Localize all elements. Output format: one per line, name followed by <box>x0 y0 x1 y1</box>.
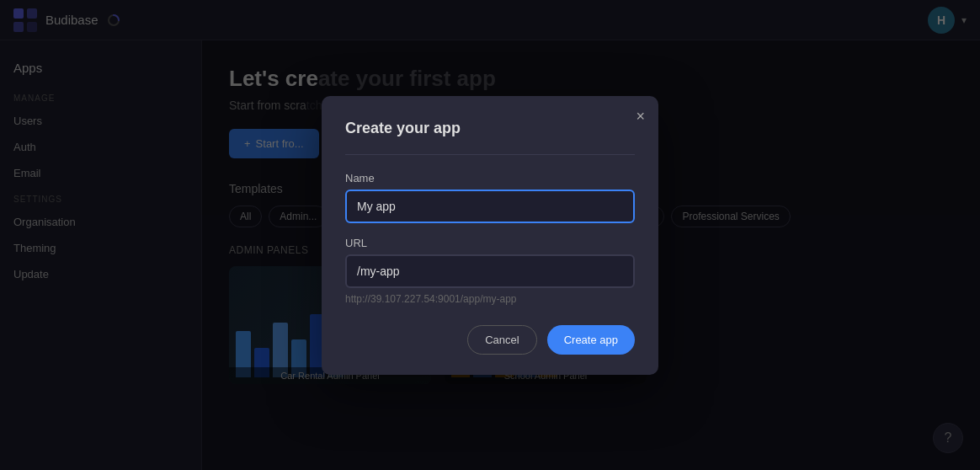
url-field-group: URL http://39.107.227.54:9001/app/my-app <box>345 237 635 305</box>
create-app-button[interactable]: Create app <box>547 325 635 355</box>
name-input[interactable] <box>345 190 635 223</box>
create-app-modal: × Create your app Name URL http://39.107… <box>322 96 658 375</box>
modal-actions: Cancel Create app <box>345 325 635 355</box>
url-label: URL <box>345 237 635 249</box>
modal-title: Create your app <box>345 120 635 137</box>
name-label: Name <box>345 172 635 184</box>
modal-divider <box>345 154 635 155</box>
close-button[interactable]: × <box>636 108 645 126</box>
modal-overlay: × Create your app Name URL http://39.107… <box>0 0 980 470</box>
name-field-group: Name <box>345 172 635 223</box>
url-hint: http://39.107.227.54:9001/app/my-app <box>345 293 635 305</box>
url-input[interactable] <box>345 254 635 288</box>
cancel-button[interactable]: Cancel <box>467 325 536 355</box>
